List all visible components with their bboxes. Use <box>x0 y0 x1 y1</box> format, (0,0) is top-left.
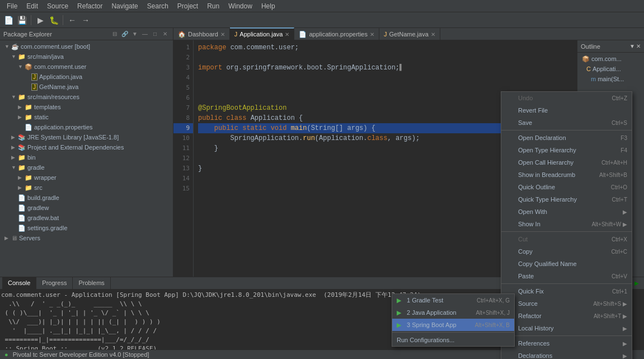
tree-item-application-java[interactable]: J Application.java <box>0 72 173 82</box>
tab-close-icon4[interactable]: ✕ <box>431 31 435 38</box>
ctx-undo[interactable]: Undo Ctrl+Z <box>501 92 632 104</box>
menu-refactor[interactable]: Refactor <box>73 1 107 11</box>
tree-item-package[interactable]: ▼ 📦 com.comment.user <box>0 62 173 72</box>
ctx-local-history[interactable]: Local History ▶ <box>501 322 632 334</box>
java-file-icon: J <box>31 73 37 81</box>
toolbar-debug[interactable]: 🐛 <box>48 14 60 26</box>
menu-help[interactable]: Help <box>257 1 280 11</box>
tree-item-templates[interactable]: ▶ 📁 templates <box>0 102 173 112</box>
ctx-refactor[interactable]: Refactor Alt+Shift+T ▶ <box>501 310 632 322</box>
ctx-quick-fix[interactable]: Quick Fix Ctrl+1 <box>501 285 632 297</box>
tree-item-gradlew[interactable]: 📄 gradlew <box>0 203 173 213</box>
tree-label: gradlew <box>27 204 49 211</box>
ctx-paste[interactable]: Paste Ctrl+V <box>501 270 632 282</box>
ctx-open-with-label: Open With <box>518 208 547 215</box>
tab-close-icon[interactable]: ✕ <box>220 31 225 38</box>
view-menu-icon[interactable]: ▼ <box>130 30 139 39</box>
menu-source[interactable]: Source <box>43 1 73 11</box>
ctx-open-call-label: Open Call Hierarchy <box>518 159 574 166</box>
tab-getname-java[interactable]: J GetName.java ✕ <box>379 27 440 40</box>
collapse-all-icon[interactable]: ⊟ <box>110 30 119 39</box>
tree-item-getname-java[interactable]: J GetName.java <box>0 82 173 92</box>
toolbar-run[interactable]: ▶ <box>34 14 46 26</box>
tab-close-icon2[interactable]: ✕ <box>285 31 289 38</box>
outline-item-2[interactable]: C Applicati... <box>579 64 643 74</box>
ctx-show-breadcrumb[interactable]: Show in Breadcrumb Alt+Shift+B <box>501 169 632 181</box>
tree-item-src-main-java[interactable]: ▼ 📁 src/main/java <box>0 52 173 62</box>
toolbar-back[interactable]: ← <box>66 14 78 26</box>
menu-bar: File Edit Source Refactor Navigate Searc… <box>0 0 644 12</box>
run-last-btn[interactable]: ▶ <box>632 278 642 288</box>
tab-app-properties[interactable]: 📄 application.properties ✕ <box>294 27 379 40</box>
tree-item-src[interactable]: ▶ 📁 src <box>0 183 173 193</box>
maximize-icon[interactable]: □ <box>151 30 159 39</box>
ctx-open-type-hierarchy[interactable]: Open Type Hierarchy F4 <box>501 144 632 156</box>
tree-label: src/main/resources <box>27 94 79 100</box>
submenu-run-configurations[interactable]: Run Configurations... <box>392 334 514 346</box>
tree-item-static[interactable]: ▶ 📁 static <box>0 112 173 122</box>
tree-item-build-gradle[interactable]: 📄 build.gradle <box>0 193 173 203</box>
outline-menu-icon[interactable]: ▼ <box>629 43 635 49</box>
tree-item-src-main-resources[interactable]: ▼ 📁 src/main/resources <box>0 92 173 102</box>
tree-item-gradle[interactable]: ▼ 📁 gradle <box>0 162 173 172</box>
submenu-gradle-test[interactable]: ▶ 1 Gradle Test Ctrl+Alt+X, G <box>392 294 514 306</box>
tree-item-app-props[interactable]: 📄 application.properties <box>0 122 173 132</box>
ctx-copy[interactable]: Copy Ctrl+C <box>501 245 632 258</box>
ctx-declarations[interactable]: Declarations ▶ <box>501 349 632 359</box>
ctx-cut[interactable]: Cut Ctrl+X <box>501 233 632 245</box>
outline-item-3[interactable]: m main(St... <box>579 74 643 84</box>
submenu-sep <box>392 332 514 333</box>
ctx-open-declaration[interactable]: Open Declaration F3 <box>501 132 632 144</box>
ctx-copy-qualified[interactable]: Copy Qualified Name <box>501 258 632 270</box>
ctx-quick-type-hierarchy[interactable]: Quick Type Hierarchy Ctrl+T <box>501 193 632 206</box>
ctx-open-call-hierarchy[interactable]: Open Call Hierarchy Ctrl+Alt+H <box>501 156 632 169</box>
ctx-breadcrumb-shortcut: Alt+Shift+B <box>599 172 627 178</box>
menu-file[interactable]: File <box>2 1 22 11</box>
ctx-revert[interactable]: Revert File <box>501 104 632 116</box>
toolbar-forward[interactable]: → <box>79 14 92 26</box>
tree-item-gradlew-bat[interactable]: 📄 gradlew.bat <box>0 213 173 223</box>
java-app-icon: ▶ <box>397 309 401 316</box>
show-in-icon <box>506 220 515 229</box>
tab-dashboard[interactable]: 🏠 Dashboard ✕ <box>173 27 230 40</box>
tree-item-servers[interactable]: ▶ 🖥 Servers <box>0 233 173 243</box>
tree-label: GetName.java <box>39 83 78 90</box>
ctx-source-shortcut: Alt+Shift+S ▶ <box>593 301 627 307</box>
menu-edit[interactable]: Edit <box>22 1 43 11</box>
tree-item-bin[interactable]: ▶ 📁 bin <box>0 152 173 162</box>
tree-item-root[interactable]: ▼ ☕ com.comment.user [boot] <box>0 41 173 52</box>
tab-progress[interactable]: Progress <box>36 277 73 289</box>
tree-item-settings-gradle[interactable]: 📄 settings.gradle <box>0 223 173 233</box>
tree-item-wrapper[interactable]: ▶ 📁 wrapper <box>0 172 173 183</box>
ctx-source[interactable]: Source Alt+Shift+S ▶ <box>501 297 632 310</box>
menu-project[interactable]: Project <box>173 1 203 11</box>
menu-navigate[interactable]: Navigate <box>107 1 142 11</box>
outline-item-1[interactable]: 📦 com.com... <box>579 54 643 64</box>
minimize-icon[interactable]: — <box>140 30 149 39</box>
build-gradle-icon: 📄 <box>18 194 26 202</box>
outline-close-icon[interactable]: ✕ <box>636 43 641 49</box>
tab-application-java[interactable]: J Application.java ✕ <box>230 27 295 40</box>
submenu-java-application[interactable]: ▶ 2 Java Application Alt+Shift+X, J <box>392 306 514 319</box>
ctx-open-with[interactable]: Open With ▶ <box>501 206 632 218</box>
tab-close-icon3[interactable]: ✕ <box>370 31 374 38</box>
tab-console[interactable]: Console <box>2 277 36 289</box>
menu-window[interactable]: Window <box>224 1 257 11</box>
menu-search[interactable]: Search <box>143 1 173 11</box>
ctx-references[interactable]: References ▶ <box>501 337 632 349</box>
submenu-spring-boot[interactable]: ▶ 3 Spring Boot App Alt+Shift+X, B <box>392 319 514 331</box>
menu-run[interactable]: Run <box>203 1 224 11</box>
link-with-editor-icon[interactable]: 🔗 <box>120 30 129 39</box>
panel-header-icons: ⊟ 🔗 ▼ — □ ✕ <box>110 30 170 39</box>
tree-item-external-deps[interactable]: ▶ 📚 Project and External Dependencies <box>0 142 173 152</box>
ctx-show-in[interactable]: Show In Alt+Shift+W ▶ <box>501 218 632 230</box>
tab-problems[interactable]: Problems <box>73 277 110 289</box>
close-icon[interactable]: ✕ <box>161 30 170 39</box>
tree-item-jre[interactable]: ▶ 📚 JRE System Library [JavaSE-1.8] <box>0 132 173 142</box>
ctx-save[interactable]: Save Ctrl+S <box>501 116 632 129</box>
toolbar-new[interactable]: 📄 <box>2 14 15 26</box>
java-file-icon2: J <box>31 83 37 91</box>
ctx-quick-outline[interactable]: Quick Outline Ctrl+O <box>501 181 632 193</box>
toolbar-save[interactable]: 💾 <box>16 14 28 26</box>
ctx-cut-shortcut: Ctrl+X <box>612 236 627 243</box>
